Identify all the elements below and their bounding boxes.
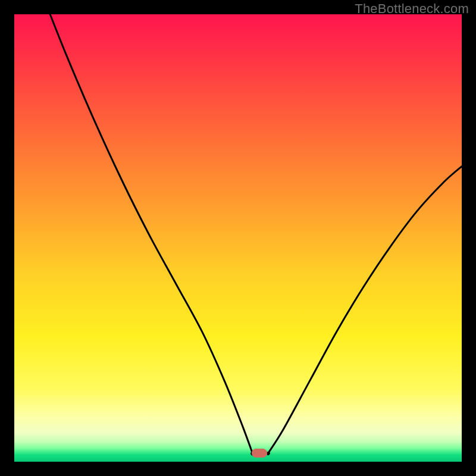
minimum-marker (252, 449, 267, 458)
watermark-text: TheBottleneck.com (355, 1, 469, 17)
chart-stage: TheBottleneck.com (0, 0, 476, 476)
curve-path (50, 14, 462, 455)
bottleneck-curve (14, 14, 462, 462)
plot-area (14, 14, 462, 462)
